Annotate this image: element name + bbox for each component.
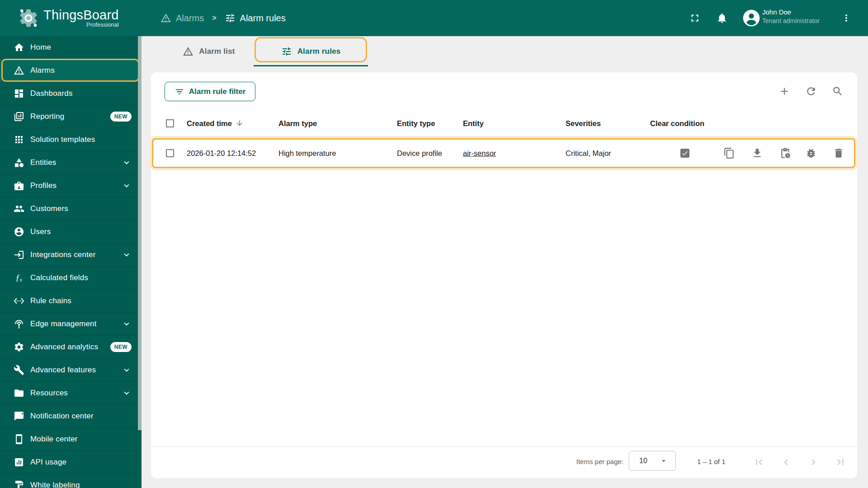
- sidebar-item-integrations-center[interactable]: Integrations center: [0, 244, 142, 267]
- dashboards-icon: [14, 88, 24, 99]
- next-page-icon[interactable]: [807, 456, 819, 468]
- sidebar-item-label: Reporting: [30, 112, 65, 121]
- sidebar-item-home[interactable]: Home: [0, 36, 142, 59]
- sidebar-item-label: Solution templates: [30, 135, 95, 144]
- refresh-icon[interactable]: [805, 85, 817, 97]
- chevron-down-icon: [122, 250, 132, 260]
- fullscreen-icon[interactable]: [689, 12, 701, 24]
- column-header-severities[interactable]: Severities: [566, 119, 601, 127]
- table-row[interactable]: 2026-01-20 12:14:52 High temperature Dev…: [152, 138, 855, 168]
- sidebar-item-customers[interactable]: Customers: [0, 197, 142, 221]
- sidebar-item-label: Calculated fields: [30, 273, 88, 282]
- pagination-range: 1 – 1 of 1: [697, 458, 726, 465]
- sidebar-item-rule-chains[interactable]: Rule chains: [0, 290, 142, 313]
- sidebar-item-label: White labeling: [30, 481, 80, 488]
- sidebar-item-white-labeling[interactable]: White labeling: [0, 474, 142, 488]
- solution-templates-icon: [14, 134, 24, 145]
- tune-icon: [281, 46, 292, 57]
- sidebar-item-dashboards[interactable]: Dashboards: [0, 82, 142, 105]
- column-header-clear-condition[interactable]: Clear condition: [650, 119, 704, 127]
- cell-entity-type: Device profile: [397, 149, 442, 158]
- rule-chains-icon: [14, 296, 24, 306]
- sidebar-item-alarms[interactable]: Alarms: [0, 59, 142, 82]
- sidebar-item-users[interactable]: Users: [0, 221, 142, 244]
- kebab-menu-icon[interactable]: [841, 13, 852, 23]
- user-role: Tenant administrator: [762, 17, 830, 24]
- chevron-down-icon: [122, 319, 132, 329]
- tune-icon: [225, 13, 236, 23]
- sidebar-item-label: Rule chains: [30, 296, 71, 305]
- sidebar-scrollbar[interactable]: [138, 36, 142, 430]
- breadcrumb-alarm-rules[interactable]: Alarm rules: [225, 13, 286, 23]
- column-header-entity-type[interactable]: Entity type: [397, 119, 435, 127]
- select-all-checkbox[interactable]: [166, 119, 174, 127]
- breadcrumb-label: Alarm rules: [240, 13, 286, 23]
- sidebar-item-entities[interactable]: Entities: [0, 151, 142, 174]
- sidebar-item-advanced-analytics[interactable]: Advanced analyticsNEW: [0, 336, 142, 359]
- edge-management-icon: [14, 319, 24, 329]
- sidebar-item-label: Entities: [30, 158, 56, 167]
- chevron-down-icon: [122, 365, 132, 375]
- new-badge: NEW: [110, 112, 132, 122]
- sidebar-item-reporting[interactable]: ReportingNEW: [0, 105, 142, 128]
- search-icon[interactable]: [832, 85, 844, 97]
- sidebar-item-label: Alarms: [30, 66, 55, 75]
- user-info[interactable]: John Doe Tenant administrator: [762, 8, 830, 24]
- first-page-icon[interactable]: [753, 456, 765, 468]
- cell-created-time: 2026-01-20 12:14:52: [187, 149, 256, 158]
- tab-label: Alarm rules: [297, 47, 341, 56]
- sidebar-item-mobile-center[interactable]: Mobile center: [0, 428, 142, 451]
- cell-entity-link[interactable]: air-sensor: [463, 149, 496, 158]
- download-icon[interactable]: [751, 147, 763, 159]
- check-icon: [681, 150, 689, 157]
- column-header-created-time[interactable]: Created time: [187, 119, 244, 127]
- warning-icon: [183, 46, 193, 57]
- alarm-rules-card: Alarm rule filter Created time Alarm typ…: [151, 72, 857, 478]
- sidebar-item-profiles[interactable]: Profiles: [0, 174, 142, 197]
- sidebar-item-label: API usage: [30, 458, 66, 467]
- sidebar-item-label: Mobile center: [30, 435, 78, 444]
- user-name: John Doe: [762, 8, 830, 16]
- filter-button-label: Alarm rule filter: [189, 87, 246, 96]
- column-header-alarm-type[interactable]: Alarm type: [278, 119, 317, 127]
- breadcrumb-alarms[interactable]: Alarms: [160, 13, 204, 23]
- previous-page-icon[interactable]: [780, 456, 792, 468]
- notifications-bell-icon[interactable]: [716, 12, 728, 24]
- sidebar-item-calculated-fields[interactable]: ƒₓCalculated fields: [0, 267, 142, 290]
- add-icon[interactable]: [778, 85, 790, 97]
- column-header-entity[interactable]: Entity: [463, 119, 484, 127]
- cell-alarm-type: High temperature: [278, 149, 336, 158]
- alarm-rule-filter-button[interactable]: Alarm rule filter: [165, 82, 255, 101]
- sidebar-item-label: Home: [30, 43, 51, 52]
- sidebar-item-label: Profiles: [30, 181, 57, 190]
- tab-alarm-rules[interactable]: Alarm rules: [254, 36, 368, 66]
- sort-descending-icon[interactable]: [236, 119, 244, 127]
- breadcrumb: Alarms > Alarm rules: [160, 13, 286, 23]
- pending-actions-icon[interactable]: [779, 147, 791, 159]
- app-logo[interactable]: ThingsBoard Professional: [0, 8, 142, 28]
- sidebar-item-advanced-features[interactable]: Advanced features: [0, 359, 142, 382]
- row-checkbox[interactable]: [166, 149, 174, 157]
- items-per-page-label: Items per page:: [576, 458, 623, 465]
- items-per-page-select[interactable]: 10: [629, 451, 676, 471]
- sidebar-item-resources[interactable]: Resources: [0, 382, 142, 405]
- breadcrumb-label: Alarms: [176, 13, 204, 23]
- sidebar-item-solution-templates[interactable]: Solution templates: [0, 128, 142, 151]
- sidebar-item-api-usage[interactable]: API usage: [0, 451, 142, 474]
- last-page-icon[interactable]: [835, 456, 846, 468]
- delete-trash-icon[interactable]: [833, 147, 844, 159]
- clear-condition-checkbox[interactable]: [680, 149, 689, 158]
- copy-icon[interactable]: [723, 147, 735, 159]
- sidebar-item-notification-center[interactable]: Notification center: [0, 405, 142, 428]
- logo-title: ThingsBoard: [43, 8, 119, 22]
- sidebar-item-edge-management[interactable]: Edge management: [0, 313, 142, 336]
- warning-icon: [160, 13, 171, 23]
- sidebar-item-label: Edge management: [30, 319, 97, 328]
- white-labeling-icon: [14, 480, 24, 488]
- notification-center-icon: [14, 411, 24, 422]
- advanced-features-icon: [14, 365, 24, 375]
- avatar[interactable]: [742, 9, 760, 27]
- customers-icon: [14, 203, 24, 214]
- tab-alarm-list[interactable]: Alarm list: [164, 36, 254, 66]
- debug-bug-icon[interactable]: [805, 147, 817, 159]
